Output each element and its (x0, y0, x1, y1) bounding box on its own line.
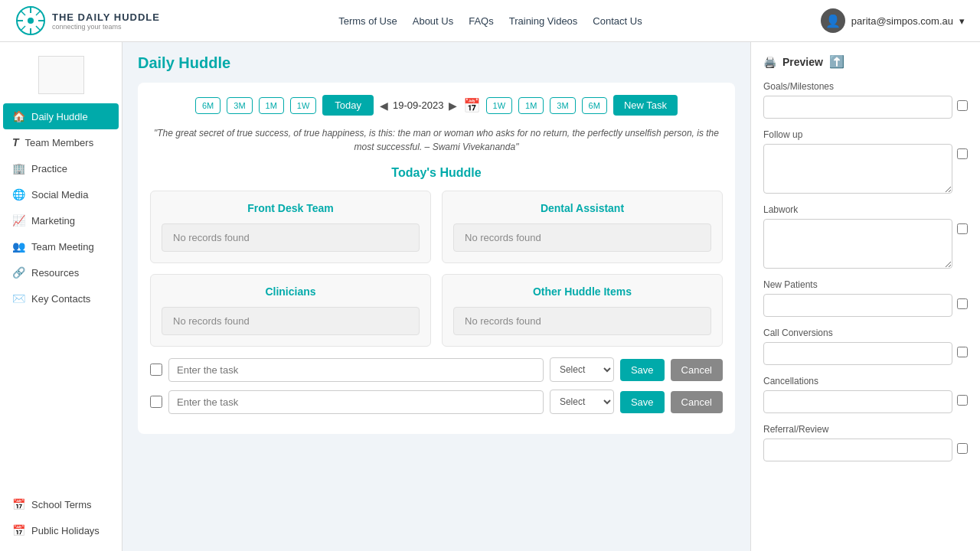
labwork-textarea[interactable] (763, 219, 952, 269)
call-conversions-input[interactable] (763, 342, 952, 365)
nav-faqs[interactable]: FAQs (469, 15, 494, 27)
task-save-button-2[interactable]: Save (620, 391, 665, 413)
cancellations-checkbox[interactable] (957, 395, 968, 406)
svg-line-8 (36, 11, 41, 15)
followup-label: Follow up (763, 129, 968, 140)
labwork-checkbox[interactable] (957, 223, 968, 234)
prev-date-button[interactable]: ◀ (380, 99, 388, 112)
sidebar-item-school-terms[interactable]: 📅 School Terms (3, 491, 119, 517)
clinicians-no-records: No records found (162, 307, 420, 335)
sidebar-item-resources[interactable]: 🔗 Resources (3, 259, 119, 285)
sidebar-item-team-meeting[interactable]: 👥 Team Meeting (3, 233, 119, 259)
logo-title: THE DAILY HUDDLE (52, 11, 160, 23)
logo-area: THE DAILY HUDDLE connecting your teams (15, 5, 160, 36)
header: THE DAILY HUDDLE connecting your teams T… (0, 0, 980, 42)
next-date-button[interactable]: ▶ (449, 99, 457, 112)
marketing-icon: 📈 (12, 214, 25, 227)
sidebar-item-team-members[interactable]: T Team Members (3, 129, 119, 155)
huddle-card: 6M 3M 1M 1W Today ◀ 19-09-2023 ▶ 📅 1W 1M… (138, 83, 735, 434)
today-button[interactable]: Today (322, 95, 374, 116)
sidebar-item-marketing[interactable]: 📈 Marketing (3, 207, 119, 233)
followup-checkbox[interactable] (957, 148, 968, 159)
user-email: parita@simpos.com.au (851, 15, 953, 27)
period-3m-right[interactable]: 3M (550, 97, 575, 114)
nav-about[interactable]: About Us (413, 15, 453, 27)
task-save-button-1[interactable]: Save (620, 359, 665, 381)
goals-input[interactable] (763, 96, 952, 119)
sidebar-item-label: Daily Huddle (31, 111, 88, 122)
nav-contact[interactable]: Contact Us (593, 15, 642, 27)
sidebar-item-label: Public Holidays (31, 525, 100, 536)
school-terms-icon: 📅 (12, 498, 25, 510)
task-checkbox-1[interactable] (150, 364, 162, 376)
task-input-1[interactable] (168, 358, 544, 382)
task-select-1[interactable]: Select Option 1 Option 2 (550, 357, 614, 382)
sidebar-item-daily-huddle[interactable]: 🏠 Daily Huddle (3, 103, 119, 129)
referral-input[interactable] (763, 439, 952, 461)
main-content: Daily Huddle 6M 3M 1M 1W Today ◀ 19-09-2… (122, 42, 750, 551)
call-conversions-label: Call Conversions (763, 328, 968, 338)
quote-text: "The great secret of true success, of tr… (150, 126, 723, 154)
panel-header: 🖨️ Preview ⬆️ (763, 54, 968, 69)
task-input-2[interactable] (168, 390, 544, 414)
right-panel: 🖨️ Preview ⬆️ Goals/Milestones Follow up… (750, 42, 980, 551)
team-members-icon: T (12, 136, 19, 148)
new-task-button[interactable]: New Task (613, 95, 678, 116)
cancellations-label: Cancellations (763, 376, 968, 386)
sidebar-item-label: Social Media (31, 189, 88, 201)
new-patients-input-row (763, 294, 968, 317)
period-3m-left[interactable]: 3M (227, 97, 252, 114)
period-1w-right[interactable]: 1W (486, 97, 513, 114)
dental-assistant-section: Dental Assistant No records found (442, 191, 723, 263)
sidebar-bottom: 📅 School Terms 📅 Public Holidays (0, 491, 122, 551)
nav-terms[interactable]: Terms of Use (338, 15, 397, 27)
practice-icon: 🏢 (12, 162, 25, 174)
dental-assistant-no-records: No records found (453, 223, 711, 252)
task-select-2[interactable]: Select Option 1 Option 2 (550, 390, 614, 414)
task-cancel-button-1[interactable]: Cancel (671, 359, 723, 381)
period-1w-left[interactable]: 1W (290, 97, 317, 114)
nav-training[interactable]: Training Videos (509, 15, 578, 27)
call-conversions-checkbox[interactable] (957, 347, 968, 357)
followup-textarea[interactable] (763, 144, 952, 194)
new-patients-checkbox[interactable] (957, 298, 968, 309)
sidebar-item-key-contacts[interactable]: ✉️ Key Contacts (3, 285, 119, 311)
new-patients-input[interactable] (763, 294, 952, 317)
labwork-label: Labwork (763, 204, 968, 215)
sidebar-item-label: Team Meeting (31, 241, 94, 253)
sidebar-logo-img (38, 56, 84, 94)
sidebar-item-public-holidays[interactable]: 📅 Public Holidays (3, 517, 119, 543)
call-conversions-input-row (763, 342, 968, 365)
upload-icon[interactable]: ⬆️ (829, 54, 844, 69)
sidebar-item-social-media[interactable]: 🌐 Social Media (3, 181, 119, 207)
avatar: 👤 (821, 8, 845, 33)
front-desk-title: Front Desk Team (162, 202, 420, 214)
task-checkbox-2[interactable] (150, 396, 162, 408)
cancellations-input[interactable] (763, 390, 952, 413)
dental-assistant-title: Dental Assistant (453, 202, 711, 214)
period-1m-left[interactable]: 1M (259, 97, 284, 114)
period-6m-right[interactable]: 6M (582, 97, 607, 114)
preview-label: Preview (782, 56, 823, 68)
front-desk-team-section: Front Desk Team No records found (150, 191, 431, 263)
todays-huddle-title: Today's Huddle (150, 166, 723, 180)
public-holidays-icon: 📅 (12, 524, 25, 536)
other-huddle-section: Other Huddle Items No records found (442, 274, 723, 347)
referral-checkbox[interactable] (957, 443, 968, 454)
goals-checkbox[interactable] (957, 100, 968, 111)
sidebar-item-label: Team Members (25, 137, 94, 148)
front-desk-no-records: No records found (162, 223, 420, 252)
period-1m-right[interactable]: 1M (518, 97, 544, 114)
chevron-down-icon[interactable]: ▾ (959, 15, 965, 27)
call-conversions-field: Call Conversions (763, 328, 968, 365)
home-icon: 🏠 (12, 110, 25, 122)
other-huddle-no-records: No records found (453, 307, 711, 335)
calendar-icon[interactable]: 📅 (463, 97, 480, 114)
task-cancel-button-2[interactable]: Cancel (671, 391, 723, 413)
page-title: Daily Huddle (138, 54, 735, 72)
current-date: 19-09-2023 (393, 99, 444, 111)
period-6m-left[interactable]: 6M (195, 97, 220, 114)
sidebar-item-label: School Terms (31, 499, 92, 510)
sidebar-item-practice[interactable]: 🏢 Practice (3, 155, 119, 181)
labwork-input-row (763, 219, 968, 269)
